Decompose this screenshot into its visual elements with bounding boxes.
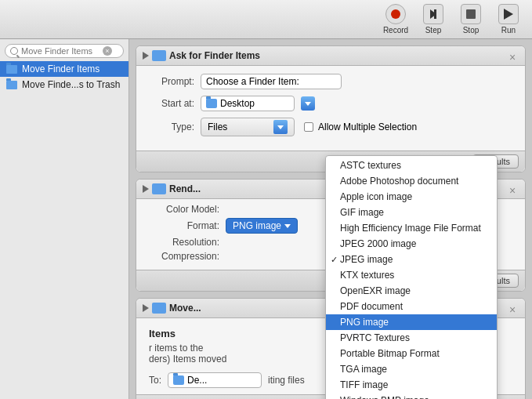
dropdown-item[interactable]: PNG image [326, 314, 497, 330]
prompt-input[interactable] [201, 74, 342, 89]
folder-icon [6, 81, 17, 89]
run-icon [498, 4, 519, 24]
to-value: De... [187, 375, 207, 386]
dropdown-item[interactable]: ASTC textures [326, 158, 497, 173]
compression-label: Compression: [149, 251, 219, 262]
move-panel-icon [152, 303, 166, 314]
record-button[interactable]: Record [382, 4, 410, 34]
render-panel-close[interactable]: × [506, 184, 519, 197]
type-label: Type: [149, 122, 194, 132]
format-popup[interactable]: PNG image [226, 218, 298, 234]
stop-button[interactable]: Stop [457, 4, 485, 34]
dropdown-item[interactable]: GIF image [326, 205, 497, 220]
dropdown-item[interactable]: KTX textures [326, 267, 497, 283]
to-value-box: De... [168, 372, 262, 388]
step-button[interactable]: Step [419, 4, 447, 34]
type-value: Files [208, 122, 227, 132]
allow-multiple-checkbox[interactable] [304, 122, 313, 132]
finder-panel-title: Ask for Finder Items [169, 50, 260, 61]
sidebar-list: Move Finder Items Move Finde...s to Tras… [0, 61, 128, 399]
type-popup-arrow[interactable] [273, 120, 288, 134]
finder-panel-icon [152, 50, 166, 61]
record-icon [385, 4, 406, 24]
run-button[interactable]: Run [494, 4, 523, 34]
prompt-label: Prompt: [149, 76, 194, 87]
folder-icon [6, 65, 17, 74]
type-popup[interactable]: Files [201, 118, 295, 136]
format-value: PNG image [226, 218, 298, 234]
color-model-label: Color Model: [149, 204, 219, 215]
sidebar-item-label: Move Finder Items [22, 63, 100, 74]
move-panel-close[interactable]: × [506, 303, 519, 316]
render-collapse-icon[interactable] [143, 185, 149, 193]
render-panel-icon [152, 183, 166, 194]
step-label: Step [425, 26, 442, 34]
dropdown-item[interactable]: OpenEXR image [326, 283, 497, 299]
format-label: Format: [149, 220, 219, 231]
prompt-row: Prompt: [149, 74, 512, 89]
sidebar-item-label: Move Finde...s to Trash [22, 79, 120, 90]
sidebar-item-move-finder[interactable]: Move Finder Items [0, 61, 128, 77]
type-row: Type: Files Allow Multiple Selection [149, 118, 512, 136]
sidebar: × Move Finder Items Move Finde...s to Tr… [0, 39, 129, 399]
start-at-popup-btn[interactable] [301, 96, 315, 111]
finder-panel-body: Prompt: Start at: Desktop Type: [136, 66, 525, 151]
search-input[interactable] [21, 46, 100, 56]
moving-text: iting files [268, 375, 305, 386]
start-at-row: Start at: Desktop [149, 96, 512, 111]
dropdown-item[interactable]: Apple icon image [326, 189, 497, 205]
stop-icon [461, 4, 481, 24]
to-folder-icon [173, 375, 184, 385]
stop-label: Stop [463, 26, 480, 34]
start-at-value: Desktop [220, 98, 255, 109]
allow-multiple-row: Allow Multiple Selection [304, 122, 417, 132]
type-dropdown-menu[interactable]: ASTC texturesAdobe Photoshop documentApp… [325, 155, 498, 399]
to-label: To: [149, 375, 161, 386]
sidebar-search[interactable]: × [5, 44, 124, 58]
finder-panel-header: Ask for Finder Items × [136, 46, 525, 66]
search-icon [10, 47, 18, 55]
toolbar: Record Step Stop Run [0, 0, 532, 39]
sidebar-item-move-trash[interactable]: Move Finde...s to Trash [0, 77, 128, 92]
dropdown-item[interactable]: Adobe Photoshop document [326, 173, 497, 189]
dropdown-item[interactable]: PVRTC Textures [326, 330, 497, 346]
format-popup-arrow [284, 224, 291, 228]
record-label: Record [383, 26, 408, 34]
clear-search-icon[interactable]: × [103, 46, 112, 56]
resolution-label: Resolution: [149, 237, 219, 248]
folder-icon-inline [206, 99, 217, 108]
step-icon [423, 4, 443, 24]
content-area: Ask for Finder Items × Prompt: Start at:… [129, 39, 532, 399]
dropdown-item[interactable]: Windows BMP image [326, 393, 497, 399]
main-area: × Move Finder Items Move Finde...s to Tr… [0, 39, 532, 399]
dropdown-item[interactable]: JPEG image [326, 252, 497, 267]
start-at-label: Start at: [149, 98, 194, 109]
dropdown-item[interactable]: High Efficiency Image File Format [326, 220, 497, 236]
start-at-box: Desktop [201, 96, 295, 111]
dropdown-item[interactable]: PDF document [326, 299, 497, 314]
allow-multiple-label: Allow Multiple Selection [318, 122, 417, 132]
move-panel-title: Move... [169, 303, 201, 314]
dropdown-item[interactable]: JPEG 2000 image [326, 236, 497, 252]
format-popup-value: PNG image [233, 220, 281, 231]
run-label: Run [501, 26, 516, 34]
move-collapse-icon[interactable] [143, 304, 149, 312]
collapse-icon[interactable] [143, 52, 149, 60]
dropdown-item[interactable]: TGA image [326, 361, 497, 377]
finder-panel: Ask for Finder Items × Prompt: Start at:… [136, 45, 526, 172]
dropdown-item[interactable]: TIFF image [326, 377, 497, 393]
render-panel-title: Rend... [169, 183, 201, 194]
finder-panel-close[interactable]: × [506, 51, 519, 63]
dropdown-item[interactable]: Portable Bitmap Format [326, 346, 497, 361]
